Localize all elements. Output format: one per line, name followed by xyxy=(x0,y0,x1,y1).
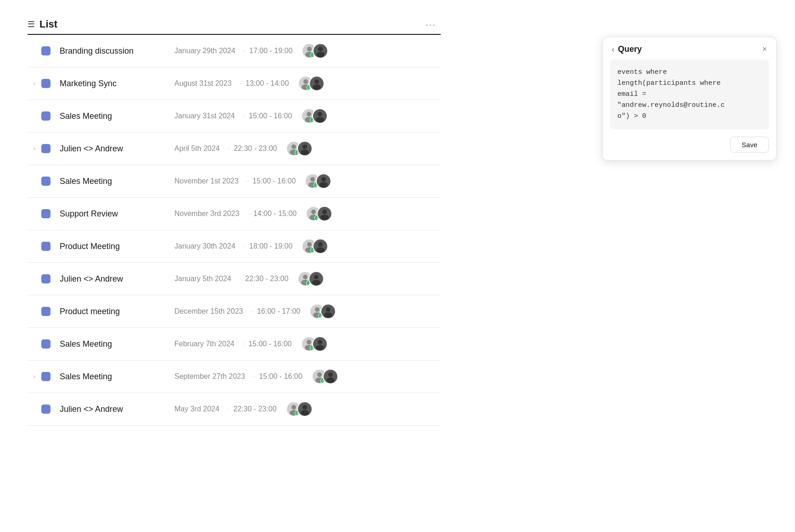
table-row[interactable]: Product MeetingJanuary 30th 2024·18:00 -… xyxy=(28,230,441,263)
separator: · xyxy=(243,340,245,348)
avatar-group: ✓ xyxy=(312,369,338,384)
svg-point-34 xyxy=(326,307,330,312)
table-row[interactable]: ›Sales MeetingSeptember 27th 2023·15:00 … xyxy=(28,360,441,393)
event-name: Sales Meeting xyxy=(60,111,161,121)
svg-point-26 xyxy=(318,242,323,247)
event-date: December 15th 2023 xyxy=(174,307,243,316)
event-color-indicator xyxy=(41,405,50,414)
svg-point-3 xyxy=(316,52,325,57)
avatar-group: ✓ xyxy=(297,271,324,287)
svg-point-0 xyxy=(307,47,312,51)
avatar xyxy=(313,43,328,59)
svg-point-30 xyxy=(314,275,319,279)
event-color-indicator xyxy=(41,242,50,251)
event-color-indicator xyxy=(41,274,50,283)
svg-point-44 xyxy=(291,405,296,410)
expand-chevron-icon[interactable]: › xyxy=(28,80,41,87)
svg-point-4 xyxy=(303,79,308,84)
page-title: List xyxy=(39,18,57,30)
event-name: Julien <> Andrew xyxy=(60,274,161,284)
separator: · xyxy=(243,112,245,120)
avatar xyxy=(320,304,336,319)
avatar xyxy=(312,108,328,124)
avatar xyxy=(316,173,331,189)
query-panel: ‹ Query × events where length(participan… xyxy=(602,37,777,161)
svg-point-47 xyxy=(301,410,309,416)
event-color-indicator xyxy=(41,177,50,186)
expand-chevron-icon[interactable]: › xyxy=(28,145,41,152)
table-row[interactable]: Sales MeetingNovember 1st 2023·15:00 - 1… xyxy=(28,165,441,198)
avatar xyxy=(317,206,332,222)
query-title: Query xyxy=(618,44,642,54)
query-code: events where length(participants where e… xyxy=(617,67,761,122)
event-name: Sales Meeting xyxy=(60,177,161,186)
event-time: 22:30 - 23:00 xyxy=(234,144,277,153)
event-name: Sales Meeting xyxy=(60,339,161,349)
avatar-group: ✓ xyxy=(306,206,332,222)
avatar-group: ✓ xyxy=(301,108,328,124)
event-color-indicator xyxy=(41,339,50,349)
avatar-group: ✓ xyxy=(309,304,336,319)
svg-point-35 xyxy=(324,312,332,318)
svg-point-28 xyxy=(303,275,308,279)
svg-point-42 xyxy=(328,372,333,377)
table-row[interactable]: Support ReviewNovember 3rd 2023·14:00 - … xyxy=(28,198,441,230)
separator: · xyxy=(244,47,246,55)
svg-point-6 xyxy=(314,79,319,84)
query-close-button[interactable]: × xyxy=(762,44,767,54)
event-time: 15:00 - 16:00 xyxy=(252,177,296,185)
table-row[interactable]: Julien <> AndrewJanuary 5th 2024·22:30 -… xyxy=(28,263,441,295)
query-panel-header: ‹ Query × xyxy=(603,37,776,60)
svg-point-38 xyxy=(318,340,322,344)
svg-point-46 xyxy=(302,405,307,410)
event-date: November 3rd 2023 xyxy=(174,210,239,218)
event-color-indicator xyxy=(41,46,50,55)
svg-point-12 xyxy=(291,144,296,149)
event-time: 17:00 - 19:00 xyxy=(249,47,292,55)
event-color-indicator xyxy=(41,307,50,316)
table-row[interactable]: Julien <> AndrewMay 3rd 2024·22:30 - 23:… xyxy=(28,393,441,426)
event-date: April 5th 2024 xyxy=(174,144,220,153)
svg-point-27 xyxy=(316,247,325,253)
event-color-indicator xyxy=(41,79,50,88)
avatar-group: ✓ xyxy=(302,238,328,254)
separator: · xyxy=(253,372,255,381)
table-row[interactable]: Sales MeetingFebruary 7th 2024·15:00 - 1… xyxy=(28,328,441,360)
event-name: Julien <> Andrew xyxy=(60,405,161,414)
svg-point-19 xyxy=(319,182,328,188)
query-back-button[interactable]: ‹ xyxy=(612,45,614,54)
svg-point-11 xyxy=(316,117,324,122)
svg-point-15 xyxy=(301,150,309,155)
event-name: Branding discussion xyxy=(60,46,161,56)
svg-point-23 xyxy=(320,215,329,220)
avatar-group: ✓ xyxy=(286,401,313,417)
event-name: Marketing Sync xyxy=(60,79,161,89)
separator: · xyxy=(228,405,230,413)
event-name: Product meeting xyxy=(60,307,161,316)
avatar-group: ✓ xyxy=(298,76,325,91)
avatar xyxy=(297,141,313,156)
table-row[interactable]: Branding discussionJanuary 29th 2024·17:… xyxy=(28,35,441,67)
save-button[interactable]: Save xyxy=(730,137,769,153)
event-date: January 31st 2024 xyxy=(174,112,235,120)
svg-point-14 xyxy=(302,144,307,149)
svg-point-40 xyxy=(317,372,322,377)
avatar xyxy=(309,76,325,91)
table-row[interactable]: Product meetingDecember 15th 2023·16:00 … xyxy=(28,295,441,328)
svg-point-22 xyxy=(322,210,327,214)
table-row[interactable]: ›Marketing SyncAugust 31st 2023·13:00 - … xyxy=(28,67,441,100)
event-date: August 31st 2023 xyxy=(174,79,232,88)
more-options-button[interactable]: ··· xyxy=(425,19,441,30)
svg-point-32 xyxy=(315,307,319,312)
expand-chevron-icon[interactable]: › xyxy=(28,373,41,380)
event-date: November 1st 2023 xyxy=(174,177,239,185)
event-date: February 7th 2024 xyxy=(174,340,235,348)
avatar-group: ✓ xyxy=(286,141,313,156)
table-row[interactable]: Sales MeetingJanuary 31st 2024·15:00 - 1… xyxy=(28,100,441,133)
event-time: 15:00 - 16:00 xyxy=(249,112,292,120)
avatar xyxy=(323,369,338,384)
event-time: 16:00 - 17:00 xyxy=(257,307,300,316)
svg-point-18 xyxy=(321,177,326,182)
event-time: 13:00 - 14:00 xyxy=(246,79,289,88)
table-row[interactable]: ›Julien <> AndrewApril 5th 2024·22:30 - … xyxy=(28,133,441,165)
